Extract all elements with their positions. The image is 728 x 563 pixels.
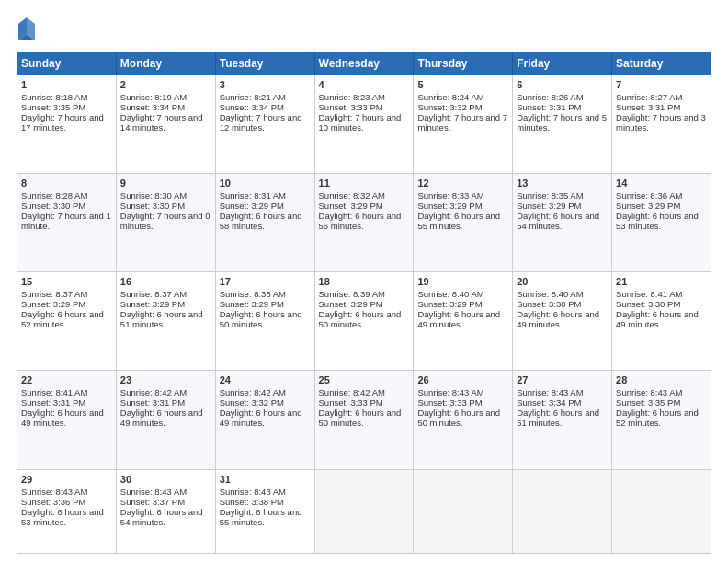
daylight-label: Daylight: 6 hours and 49 minutes. [120, 408, 203, 428]
daylight-label: Daylight: 6 hours and 52 minutes. [21, 309, 104, 329]
daylight-label: Daylight: 7 hours and 7 minutes. [417, 112, 507, 132]
sunset-label: Sunset: 3:29 PM [417, 201, 482, 211]
sunset-label: Sunset: 3:29 PM [517, 201, 581, 211]
calendar-week-row: 1 Sunrise: 8:18 AM Sunset: 3:35 PM Dayli… [17, 75, 711, 174]
sunrise-label: Sunrise: 8:32 AM [319, 190, 385, 201]
calendar-week-row: 29 Sunrise: 8:43 AM Sunset: 3:36 PM Dayl… [17, 469, 711, 553]
calendar-cell: 17 Sunrise: 8:38 AM Sunset: 3:29 PM Dayl… [215, 272, 314, 371]
day-number: 27 [517, 374, 608, 385]
calendar-cell: 22 Sunrise: 8:41 AM Sunset: 3:31 PM Dayl… [17, 371, 117, 469]
sunrise-label: Sunrise: 8:21 AM [220, 92, 286, 102]
sunrise-label: Sunrise: 8:39 AM [319, 289, 385, 299]
sunrise-label: Sunrise: 8:43 AM [21, 487, 87, 497]
daylight-label: Daylight: 6 hours and 55 minutes. [417, 211, 500, 231]
daylight-label: Daylight: 7 hours and 1 minute. [21, 211, 111, 231]
sunrise-label: Sunrise: 8:33 AM [417, 190, 483, 201]
logo-icon [17, 17, 37, 42]
weekday-header-row: SundayMondayTuesdayWednesdayThursdayFrid… [17, 52, 711, 75]
calendar-cell [414, 469, 513, 553]
sunrise-label: Sunrise: 8:28 AM [21, 190, 87, 201]
sunrise-label: Sunrise: 8:43 AM [120, 487, 187, 497]
calendar-cell: 13 Sunrise: 8:35 AM Sunset: 3:29 PM Dayl… [513, 174, 612, 272]
day-number: 28 [616, 374, 707, 385]
daylight-label: Daylight: 7 hours and 14 minutes. [120, 112, 203, 132]
daylight-label: Daylight: 7 hours and 17 minutes. [21, 112, 104, 132]
day-number: 16 [120, 276, 211, 287]
daylight-label: Daylight: 6 hours and 53 minutes. [21, 507, 104, 527]
sunrise-label: Sunrise: 8:37 AM [120, 289, 187, 299]
calendar-cell: 18 Sunrise: 8:39 AM Sunset: 3:29 PM Dayl… [314, 272, 414, 371]
sunrise-label: Sunrise: 8:19 AM [120, 92, 187, 102]
day-number: 1 [21, 79, 112, 90]
calendar-cell: 29 Sunrise: 8:43 AM Sunset: 3:36 PM Dayl… [17, 469, 117, 553]
weekday-header: Sunday [17, 52, 117, 75]
daylight-label: Daylight: 6 hours and 51 minutes. [120, 309, 203, 329]
sunrise-label: Sunrise: 8:40 AM [517, 289, 583, 299]
daylight-label: Daylight: 6 hours and 50 minutes. [319, 309, 402, 329]
day-number: 14 [616, 178, 707, 189]
calendar-cell [314, 469, 414, 553]
daylight-label: Daylight: 6 hours and 50 minutes. [319, 408, 402, 428]
day-number: 11 [319, 178, 410, 189]
day-number: 25 [319, 374, 410, 385]
day-number: 3 [220, 79, 311, 90]
calendar-cell: 27 Sunrise: 8:43 AM Sunset: 3:34 PM Dayl… [513, 371, 612, 469]
sunset-label: Sunset: 3:33 PM [319, 102, 383, 112]
sunrise-label: Sunrise: 8:23 AM [319, 92, 385, 102]
calendar-cell: 3 Sunrise: 8:21 AM Sunset: 3:34 PM Dayli… [215, 75, 314, 174]
sunset-label: Sunset: 3:29 PM [319, 299, 383, 309]
sunrise-label: Sunrise: 8:18 AM [21, 92, 87, 102]
daylight-label: Daylight: 7 hours and 3 minutes. [616, 112, 706, 132]
day-number: 19 [417, 276, 508, 287]
day-number: 23 [120, 374, 211, 385]
sunrise-label: Sunrise: 8:35 AM [517, 190, 583, 201]
day-number: 31 [220, 474, 311, 485]
sunset-label: Sunset: 3:37 PM [120, 497, 185, 507]
daylight-label: Daylight: 6 hours and 50 minutes. [417, 408, 500, 428]
calendar-cell [612, 469, 711, 553]
sunset-label: Sunset: 3:30 PM [616, 299, 680, 309]
daylight-label: Daylight: 7 hours and 0 minutes. [120, 211, 210, 231]
sunset-label: Sunset: 3:30 PM [120, 201, 185, 211]
calendar-cell: 15 Sunrise: 8:37 AM Sunset: 3:29 PM Dayl… [17, 272, 117, 371]
day-number: 26 [417, 374, 508, 385]
calendar-cell: 1 Sunrise: 8:18 AM Sunset: 3:35 PM Dayli… [17, 75, 117, 174]
calendar-cell: 26 Sunrise: 8:43 AM Sunset: 3:33 PM Dayl… [414, 371, 513, 469]
daylight-label: Daylight: 6 hours and 50 minutes. [220, 309, 302, 329]
calendar-table: SundayMondayTuesdayWednesdayThursdayFrid… [17, 52, 711, 554]
weekday-header: Monday [116, 52, 215, 75]
day-number: 10 [220, 178, 311, 189]
daylight-label: Daylight: 6 hours and 49 minutes. [417, 309, 500, 329]
sunset-label: Sunset: 3:32 PM [220, 397, 284, 408]
day-number: 22 [21, 374, 112, 385]
sunrise-label: Sunrise: 8:38 AM [220, 289, 286, 299]
day-number: 18 [319, 276, 410, 287]
sunset-label: Sunset: 3:29 PM [319, 201, 383, 211]
sunset-label: Sunset: 3:29 PM [616, 201, 680, 211]
sunset-label: Sunset: 3:35 PM [21, 102, 85, 112]
sunset-label: Sunset: 3:35 PM [616, 397, 680, 408]
calendar-cell: 12 Sunrise: 8:33 AM Sunset: 3:29 PM Dayl… [414, 174, 513, 272]
day-number: 20 [517, 276, 608, 287]
header [17, 17, 711, 42]
sunset-label: Sunset: 3:34 PM [220, 102, 284, 112]
sunrise-label: Sunrise: 8:42 AM [319, 387, 385, 397]
calendar-cell: 16 Sunrise: 8:37 AM Sunset: 3:29 PM Dayl… [116, 272, 215, 371]
daylight-label: Daylight: 6 hours and 49 minutes. [220, 408, 302, 428]
calendar-cell: 23 Sunrise: 8:42 AM Sunset: 3:31 PM Dayl… [116, 371, 215, 469]
sunset-label: Sunset: 3:29 PM [21, 299, 85, 309]
calendar-cell: 31 Sunrise: 8:43 AM Sunset: 3:38 PM Dayl… [215, 469, 314, 553]
calendar-cell [513, 469, 612, 553]
sunset-label: Sunset: 3:29 PM [120, 299, 185, 309]
calendar-week-row: 22 Sunrise: 8:41 AM Sunset: 3:31 PM Dayl… [17, 371, 711, 469]
daylight-label: Daylight: 7 hours and 5 minutes. [517, 112, 607, 132]
day-number: 4 [319, 79, 410, 90]
sunrise-label: Sunrise: 8:43 AM [417, 387, 483, 397]
calendar-cell: 20 Sunrise: 8:40 AM Sunset: 3:30 PM Dayl… [513, 272, 612, 371]
page: SundayMondayTuesdayWednesdayThursdayFrid… [0, 0, 728, 563]
sunset-label: Sunset: 3:34 PM [120, 102, 185, 112]
calendar-cell: 11 Sunrise: 8:32 AM Sunset: 3:29 PM Dayl… [314, 174, 414, 272]
sunrise-label: Sunrise: 8:26 AM [517, 92, 583, 102]
calendar-cell: 10 Sunrise: 8:31 AM Sunset: 3:29 PM Dayl… [215, 174, 314, 272]
sunrise-label: Sunrise: 8:43 AM [220, 487, 286, 497]
